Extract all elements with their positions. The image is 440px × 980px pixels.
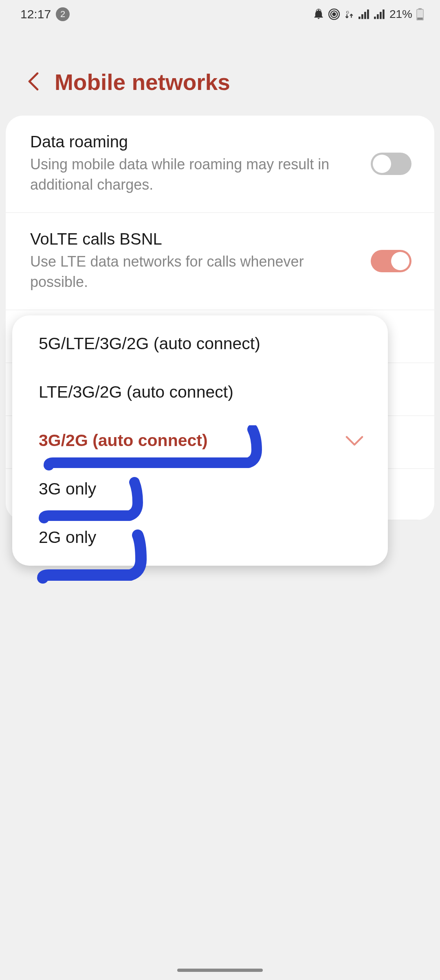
nav-handle[interactable]: [177, 969, 263, 972]
svg-point-1: [332, 13, 335, 16]
network-mode-popup: 5G/LTE/3G/2G (auto connect) LTE/3G/2G (a…: [12, 315, 388, 566]
data-transfer-icon: G: [344, 9, 354, 20]
data-roaming-subtitle: Using mobile data while roaming may resu…: [30, 154, 363, 195]
svg-rect-14: [418, 8, 422, 10]
back-icon[interactable]: [28, 72, 39, 92]
header: Mobile networks: [0, 24, 440, 116]
battery-icon: [416, 8, 424, 20]
hotspot-icon: [328, 9, 340, 20]
toggle-knob: [373, 155, 391, 173]
volte-text: VoLTE calls BSNL Use LTE data networks f…: [30, 230, 371, 293]
notification-count-badge: 2: [56, 7, 70, 21]
popup-option-lte[interactable]: LTE/3G/2G (auto connect): [12, 368, 388, 416]
svg-rect-8: [367, 9, 369, 19]
data-roaming-title: Data roaming: [30, 133, 363, 151]
data-roaming-toggle[interactable]: [371, 153, 411, 175]
volte-subtitle: Use LTE data networks for calls whenever…: [30, 252, 363, 293]
status-bar: 12:17 2 G 21%: [0, 0, 440, 24]
battery-percent: 21%: [389, 8, 412, 21]
svg-rect-6: [361, 14, 363, 19]
svg-rect-12: [383, 9, 385, 19]
status-time: 12:17: [20, 7, 51, 21]
popup-option-3g2g[interactable]: 3G/2G (auto connect): [12, 416, 388, 465]
data-roaming-item[interactable]: Data roaming Using mobile data while roa…: [6, 116, 434, 213]
signal-icon-2: [374, 9, 385, 20]
volte-item[interactable]: VoLTE calls BSNL Use LTE data networks f…: [6, 213, 434, 310]
svg-rect-15: [417, 18, 423, 20]
status-left: 12:17 2: [20, 7, 70, 21]
popup-option-5g[interactable]: 5G/LTE/3G/2G (auto connect): [12, 319, 388, 368]
toggle-knob: [391, 252, 409, 270]
popup-option-label: LTE/3G/2G (auto connect): [39, 383, 233, 402]
popup-option-label: 3G only: [39, 479, 96, 499]
svg-rect-5: [359, 17, 361, 19]
svg-rect-9: [374, 17, 376, 19]
popup-option-label: 5G/LTE/3G/2G (auto connect): [39, 334, 260, 353]
popup-option-label: 3G/2G (auto connect): [39, 431, 208, 450]
data-roaming-text: Data roaming Using mobile data while roa…: [30, 133, 371, 195]
svg-text:G: G: [346, 10, 349, 14]
popup-option-3g[interactable]: 3G only: [12, 465, 388, 513]
signal-icon-1: [359, 9, 370, 20]
volte-toggle[interactable]: [371, 250, 411, 272]
popup-option-2g[interactable]: 2G only: [12, 513, 388, 562]
volte-title: VoLTE calls BSNL: [30, 230, 363, 248]
svg-rect-7: [364, 12, 366, 19]
popup-option-label: 2G only: [39, 528, 96, 547]
status-right: G 21%: [313, 8, 424, 21]
alarm-icon: [313, 9, 324, 20]
svg-rect-10: [377, 14, 379, 19]
checkmark-icon: [345, 431, 363, 450]
page-title: Mobile networks: [55, 69, 230, 95]
svg-rect-11: [380, 12, 382, 19]
